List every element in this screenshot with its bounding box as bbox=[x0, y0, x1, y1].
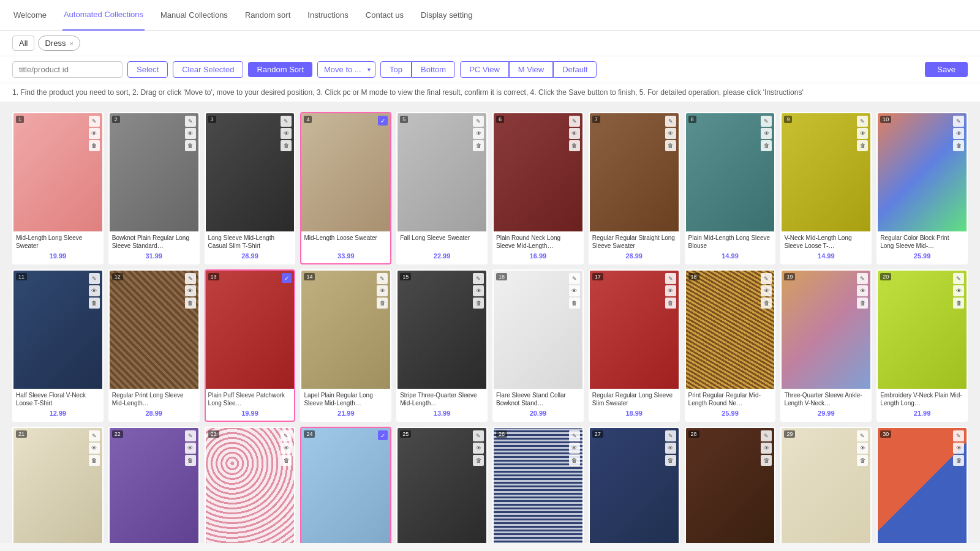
bottom-button[interactable]: Bottom bbox=[412, 61, 455, 78]
card-edit-btn[interactable]: ✎ bbox=[953, 273, 964, 284]
product-card-20[interactable]: 20 ✎ 👁 🗑 Embroidery V-Neck Plain Mid-Len… bbox=[876, 269, 968, 422]
top-button[interactable]: Top bbox=[380, 61, 412, 78]
card-edit-btn[interactable]: ✎ bbox=[569, 273, 580, 284]
card-edit-btn[interactable]: ✎ bbox=[569, 430, 580, 441]
card-eye-btn[interactable]: 👁 bbox=[761, 443, 772, 454]
card-delete-btn[interactable]: 🗑 bbox=[761, 140, 772, 151]
card-eye-btn[interactable]: 👁 bbox=[185, 443, 196, 454]
card-delete-btn[interactable]: 🗑 bbox=[89, 140, 100, 151]
product-card-25[interactable]: 25 ✎ 👁 🗑 Regular Raglan Sleeve Patchwork… bbox=[396, 427, 488, 543]
card-delete-btn[interactable]: 🗑 bbox=[569, 298, 580, 309]
card-edit-btn[interactable]: ✎ bbox=[569, 116, 580, 127]
pc-view-button[interactable]: PC View bbox=[460, 61, 509, 78]
card-eye-btn[interactable]: 👁 bbox=[857, 128, 868, 139]
card-delete-btn[interactable]: 🗑 bbox=[761, 298, 772, 309]
nav-display[interactable]: Display setting bbox=[420, 0, 474, 31]
product-card-11[interactable]: 11 ✎ 👁 🗑 Half Sleeve Floral V-Neck Loose… bbox=[12, 269, 104, 422]
card-delete-btn[interactable]: 🗑 bbox=[953, 455, 964, 466]
card-eye-btn[interactable]: 👁 bbox=[89, 128, 100, 139]
card-delete-btn[interactable]: 🗑 bbox=[569, 140, 580, 151]
product-card-24[interactable]: 24 ✓ Asymmetric Stripe Lapel Long Long S… bbox=[300, 427, 391, 543]
move-to-select[interactable]: Move to ... bbox=[317, 61, 375, 78]
product-card-10[interactable]: 10 ✎ 👁 🗑 Regular Color Block Print Long … bbox=[876, 112, 968, 264]
search-input[interactable] bbox=[12, 61, 123, 78]
card-delete-btn[interactable]: 🗑 bbox=[857, 455, 868, 466]
card-delete-btn[interactable]: 🗑 bbox=[953, 140, 964, 151]
card-eye-btn[interactable]: 👁 bbox=[857, 285, 868, 296]
card-edit-btn[interactable]: ✎ bbox=[185, 116, 196, 127]
nav-instructions[interactable]: Instructions bbox=[306, 0, 349, 31]
select-button[interactable]: Select bbox=[127, 61, 168, 78]
card-edit-btn[interactable]: ✎ bbox=[185, 430, 196, 441]
card-eye-btn[interactable]: 👁 bbox=[857, 443, 868, 454]
card-eye-btn[interactable]: 👁 bbox=[89, 285, 100, 296]
card-edit-btn[interactable]: ✎ bbox=[857, 116, 868, 127]
card-edit-btn[interactable]: ✎ bbox=[473, 116, 484, 127]
card-eye-btn[interactable]: 👁 bbox=[185, 285, 196, 296]
card-delete-btn[interactable]: 🗑 bbox=[857, 298, 868, 309]
card-eye-btn[interactable]: 👁 bbox=[185, 128, 196, 139]
nav-automated-collections[interactable]: Automated Collections bbox=[62, 0, 145, 31]
card-eye-btn[interactable]: 👁 bbox=[953, 285, 964, 296]
default-view-button[interactable]: Default bbox=[553, 61, 597, 78]
save-button[interactable]: Save bbox=[925, 62, 968, 77]
card-eye-btn[interactable]: 👁 bbox=[761, 285, 772, 296]
card-eye-btn[interactable]: 👁 bbox=[281, 128, 292, 139]
card-edit-btn[interactable]: ✎ bbox=[473, 273, 484, 284]
product-card-2[interactable]: 2 ✎ 👁 🗑 Bowknot Plain Regular Long Sleev… bbox=[108, 112, 200, 264]
card-edit-btn[interactable]: ✎ bbox=[857, 273, 868, 284]
card-eye-btn[interactable]: 👁 bbox=[665, 128, 676, 139]
product-card-15[interactable]: 15 ✎ 👁 🗑 Stripe Three-Quarter Sleeve Mid… bbox=[396, 269, 488, 422]
card-delete-btn[interactable]: 🗑 bbox=[953, 298, 964, 309]
card-delete-btn[interactable]: 🗑 bbox=[281, 455, 292, 466]
product-card-16[interactable]: 16 ✎ 👁 🗑 Flare Sleeve Stand Collar Bowkn… bbox=[492, 269, 584, 422]
product-card-29[interactable]: 29 ✎ 👁 🗑 Bbtwing Sleeve Loose Fbll Sweat… bbox=[780, 427, 872, 543]
card-delete-btn[interactable]: 🗑 bbox=[473, 298, 484, 309]
nav-welcome[interactable]: Welcome bbox=[12, 0, 48, 31]
card-edit-btn[interactable]: ✎ bbox=[281, 430, 292, 441]
tag-dress-close[interactable]: × bbox=[69, 40, 73, 47]
card-delete-btn[interactable]: 🗑 bbox=[665, 455, 676, 466]
product-card-21[interactable]: 21 ✎ 👁 🗑 Thin Regular Long Sleeve Loose … bbox=[12, 427, 104, 543]
card-edit-btn[interactable]: ✎ bbox=[89, 430, 100, 441]
card-delete-btn[interactable]: 🗑 bbox=[857, 140, 868, 151]
card-eye-btn[interactable]: 👁 bbox=[953, 128, 964, 139]
card-eye-btn[interactable]: 👁 bbox=[473, 443, 484, 454]
card-delete-btn[interactable]: 🗑 bbox=[473, 140, 484, 151]
random-sort-button[interactable]: Random Sort bbox=[248, 62, 312, 77]
card-eye-btn[interactable]: 👁 bbox=[665, 443, 676, 454]
card-edit-btn[interactable]: ✎ bbox=[281, 116, 292, 127]
card-edit-btn[interactable]: ✎ bbox=[377, 273, 388, 284]
card-eye-btn[interactable]: 👁 bbox=[473, 285, 484, 296]
nav-manual-collections[interactable]: Manual Collections bbox=[159, 0, 229, 31]
card-delete-btn[interactable]: 🗑 bbox=[377, 298, 388, 309]
product-card-5[interactable]: 5 ✎ 👁 🗑 Fall Long Sleeve Sweater 22.99 bbox=[396, 112, 488, 264]
card-edit-btn[interactable]: ✎ bbox=[953, 116, 964, 127]
product-card-28[interactable]: 28 ✎ 👁 🗑 Print Regular Regular Loose Mid… bbox=[685, 427, 776, 543]
card-delete-btn[interactable]: 🗑 bbox=[89, 298, 100, 309]
product-card-13[interactable]: 13 ✓ Plain Puff Sleeve Patchwork Long Sl… bbox=[205, 269, 296, 422]
card-delete-btn[interactable]: 🗑 bbox=[89, 455, 100, 466]
product-card-3[interactable]: 3 ✎ 👁 🗑 Long Sleeve Mid-Length Casual Sl… bbox=[205, 112, 296, 264]
nav-random-sort[interactable]: Random sort bbox=[244, 0, 292, 31]
card-delete-btn[interactable]: 🗑 bbox=[569, 455, 580, 466]
card-delete-btn[interactable]: 🗑 bbox=[761, 455, 772, 466]
card-edit-btn[interactable]: ✎ bbox=[665, 273, 676, 284]
product-card-27[interactable]: 27 ✎ 👁 🗑 Plain V-Neck Long Sleeve Mid-Le… bbox=[589, 427, 680, 543]
card-eye-btn[interactable]: 👁 bbox=[953, 443, 964, 454]
card-eye-btn[interactable]: 👁 bbox=[761, 128, 772, 139]
product-card-9[interactable]: 9 ✎ 👁 🗑 V-Neck Mid-Length Long Sleeve Lo… bbox=[780, 112, 872, 264]
card-delete-btn[interactable]: 🗑 bbox=[185, 455, 196, 466]
product-card-8[interactable]: 8 ✎ 👁 🗑 Plain Mid-Length Long Sleeve Blo… bbox=[685, 112, 776, 264]
card-edit-btn[interactable]: ✎ bbox=[185, 273, 196, 284]
card-delete-btn[interactable]: 🗑 bbox=[665, 298, 676, 309]
product-card-1[interactable]: 1 ✎ 👁 🗑 Mid-Length Long Sleeve Sweater 1… bbox=[12, 112, 104, 264]
card-eye-btn[interactable]: 👁 bbox=[665, 285, 676, 296]
product-card-18[interactable]: 18 ✎ 👁 🗑 Print Regular Regular Mid-Lengt… bbox=[685, 269, 776, 422]
product-card-26[interactable]: 26 ✎ 👁 🗑 type Regular Loose Standard Swe… bbox=[492, 427, 584, 543]
product-card-6[interactable]: 6 ✎ 👁 🗑 Plain Round Neck Long Sleeve Mid… bbox=[492, 112, 584, 264]
card-edit-btn[interactable]: ✎ bbox=[761, 273, 772, 284]
card-delete-btn[interactable]: 🗑 bbox=[185, 298, 196, 309]
tag-all[interactable]: All bbox=[12, 36, 34, 51]
card-edit-btn[interactable]: ✎ bbox=[761, 430, 772, 441]
